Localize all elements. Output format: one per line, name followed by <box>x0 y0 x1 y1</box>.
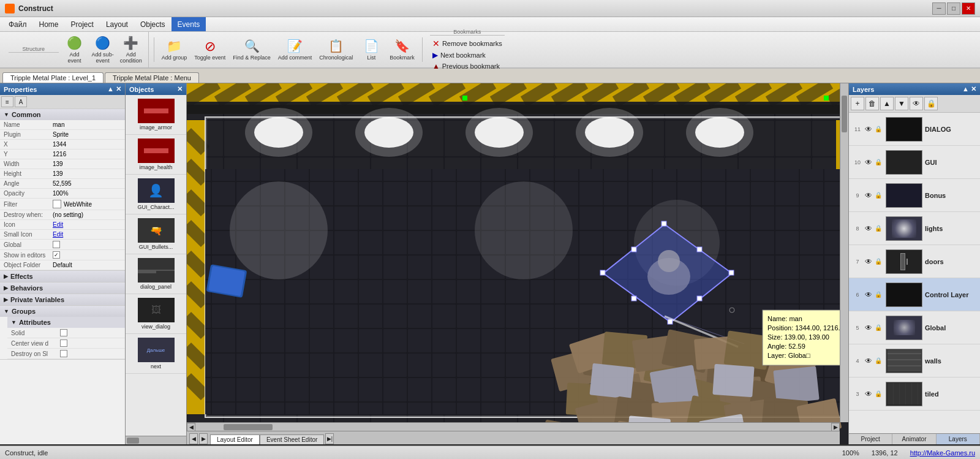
layer-eye-lights[interactable]: 👁 <box>864 224 873 233</box>
menu-project[interactable]: Project <box>65 17 100 31</box>
tab-menu[interactable]: Tripple Metal Plate : Menu <box>105 72 199 83</box>
layer-down-btn[interactable]: ▼ <box>895 97 908 110</box>
layer-lock-gui[interactable]: 🔒 <box>873 157 883 167</box>
menu-layout[interactable]: Layout <box>100 17 134 31</box>
layer-lock-walls[interactable]: 🔒 <box>873 356 883 366</box>
layer-eye-gui[interactable]: 👁 <box>864 157 873 167</box>
restore-button[interactable]: □ <box>947 2 960 15</box>
object-item-gui-charact[interactable]: 👤 GUI_Charact... <box>126 175 186 214</box>
toggle-event-button[interactable]: ⊘ Toggle event <box>192 34 228 66</box>
object-item-image-armor[interactable]: image_armor <box>126 95 186 135</box>
hscroll-right-btn[interactable]: ▶ <box>831 423 840 431</box>
prop-icon-edit[interactable]: Edit <box>53 221 121 228</box>
object-item-dialog-panel[interactable]: dialog_panel <box>126 254 186 294</box>
layer-eye-bonus[interactable]: 👁 <box>864 191 873 200</box>
layer-eye-dialog[interactable]: 👁 <box>864 124 873 134</box>
layer-name-walls: walls <box>925 357 941 365</box>
layer-lock-global[interactable]: 🔒 <box>873 323 883 333</box>
tabs-prev-btn[interactable]: ◀ <box>189 433 198 444</box>
attributes-header[interactable]: ▼ Attributes <box>7 317 125 328</box>
minimize-button[interactable]: ─ <box>932 2 946 15</box>
layers-tab-project[interactable]: Project <box>849 434 892 444</box>
close-button[interactable]: ✕ <box>962 2 975 15</box>
next-bookmark-button[interactable]: ▶ Next bookmark <box>430 50 505 60</box>
layer-item-dialog[interactable]: 11 👁 🔒 DIALOG <box>849 113 980 146</box>
hscroll-left-btn[interactable]: ◀ <box>187 423 195 431</box>
private-variables-header[interactable]: ▶ Private Variables <box>0 294 125 305</box>
layer-lock-bonus[interactable]: 🔒 <box>873 191 883 200</box>
layer-lock-dialog[interactable]: 🔒 <box>873 124 883 134</box>
prop-destroywhen-row: Destroy when: (no setting) <box>0 210 125 220</box>
layer-item-tiled[interactable]: 3 👁 🔒 tiled <box>849 377 980 411</box>
prop-plugin-row: Plugin Sprite <box>0 130 125 140</box>
menu-events[interactable]: Events <box>172 17 206 31</box>
prop-smallicon-edit[interactable]: Edit <box>53 231 121 238</box>
canvas-hscroll[interactable]: ◀ ▶ <box>187 422 840 431</box>
add-sub-event-button[interactable]: 🔵 Add sub-event <box>89 34 116 66</box>
add-comment-button[interactable]: 📝 Add comment <box>276 34 315 66</box>
tab-level1[interactable]: Tripple Metal Plate : Level_1 <box>2 72 104 83</box>
layers-tab-layers[interactable]: Layers <box>937 434 980 444</box>
layer-eye-global[interactable]: 👁 <box>864 323 873 333</box>
remove-bookmarks-button[interactable]: ✕ Remove bookmarks <box>430 38 505 49</box>
prop-centerview-checkbox[interactable] <box>60 340 67 347</box>
layer-item-bonus[interactable]: 9 👁 🔒 Bonus <box>849 179 980 212</box>
previous-bookmark-button[interactable]: ▲ Previous bookmark <box>430 61 505 71</box>
objects-scrollbar[interactable] <box>126 436 186 444</box>
layer-item-walls[interactable]: 4 👁 🔒 walls <box>849 344 980 377</box>
layer-eye-walls[interactable]: 👁 <box>864 356 873 366</box>
list-button[interactable]: 📄 List <box>358 34 385 66</box>
effects-section-header[interactable]: ▶ Effects <box>0 271 125 282</box>
behaviors-section-header[interactable]: ▶ Behaviors <box>0 283 125 294</box>
layer-eye-tiled[interactable]: 👁 <box>864 389 873 399</box>
object-item-gui-bullets[interactable]: 🔫 GUI_Bullets... <box>126 214 186 254</box>
layer-item-lights[interactable]: 8 👁 🔒 lights <box>849 212 980 245</box>
layer-item-doors[interactable]: 7 👁 🔒 doors <box>849 245 980 278</box>
tabs-next-btn[interactable]: ▶ <box>199 433 208 444</box>
prop-destroyon-checkbox[interactable] <box>60 350 67 357</box>
layer-eye-control[interactable]: 👁 <box>864 290 873 300</box>
menu-home[interactable]: Home <box>33 17 65 31</box>
layer-eye-doors[interactable]: 👁 <box>864 257 873 267</box>
prop-global-checkbox[interactable] <box>53 241 60 248</box>
status-zoom: 100% <box>842 449 859 457</box>
layer-add-btn[interactable]: + <box>851 97 864 110</box>
layer-lock-btn[interactable]: 🔒 <box>924 97 938 110</box>
canvas-tab-events[interactable]: Event Sheet Editor <box>260 434 324 444</box>
object-item-image-health[interactable]: image_health <box>126 135 186 175</box>
objects-close[interactable]: ✕ <box>177 85 183 93</box>
canvas-vscroll[interactable] <box>840 83 848 422</box>
layer-item-control[interactable]: 6 👁 🔒 Control Layer <box>849 278 980 311</box>
common-section-header[interactable]: ▼ Common <box>0 109 125 120</box>
prop-showeditors-checkbox[interactable] <box>53 251 60 259</box>
add-event-button[interactable]: 🟢 Add event <box>61 34 88 66</box>
layer-item-global[interactable]: 5 👁 🔒 Global <box>849 311 980 344</box>
layer-up-btn[interactable]: ▲ <box>880 97 894 110</box>
add-group-button[interactable]: 📁 Add group <box>159 34 190 66</box>
chronological-button[interactable]: 📋 Chronological <box>317 34 355 66</box>
props-sort-alpha[interactable]: A <box>15 96 27 107</box>
layer-lock-doors[interactable]: 🔒 <box>873 257 883 267</box>
menu-file[interactable]: Файл <box>2 17 33 31</box>
layer-lock-tiled[interactable]: 🔒 <box>873 389 883 399</box>
bookmark-button[interactable]: 🔖 Bookmark <box>387 34 417 66</box>
tabs-add-btn[interactable]: ▶| <box>325 433 334 444</box>
layer-eye-btn[interactable]: 👁 <box>910 97 923 110</box>
canvas-tab-layout[interactable]: Layout Editor <box>210 434 260 444</box>
object-item-view-dialog[interactable]: 🖼 view_dialog <box>126 294 186 334</box>
object-item-next[interactable]: Дальше next <box>126 334 186 374</box>
groups-section-header[interactable]: ▼ Groups <box>0 306 125 317</box>
prop-solid-checkbox[interactable] <box>60 329 67 336</box>
layer-delete-btn[interactable]: 🗑 <box>865 97 879 110</box>
layers-tab-animator[interactable]: Animator <box>892 434 936 444</box>
prop-objectfolder-label: Object Folder <box>4 262 53 268</box>
object-thumb-bullets: 🔫 <box>150 225 162 237</box>
layer-name-tiled: tiled <box>925 390 939 398</box>
find-replace-button[interactable]: 🔍 Find & Replace <box>230 34 273 66</box>
props-sort-default[interactable]: ≡ <box>1 96 13 107</box>
layer-lock-lights[interactable]: 🔒 <box>873 224 883 233</box>
add-condition-button[interactable]: ➕ Add condition <box>118 34 145 66</box>
layer-item-gui[interactable]: 10 👁 🔒 GUI <box>849 146 980 179</box>
menu-objects[interactable]: Objects <box>134 17 172 31</box>
layer-lock-control[interactable]: 🔒 <box>873 290 883 300</box>
